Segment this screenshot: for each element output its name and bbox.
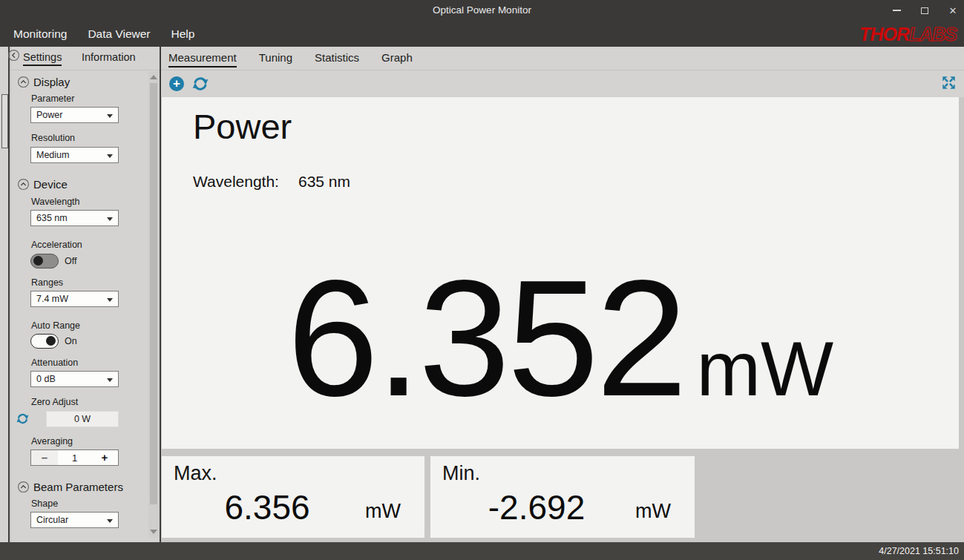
section-beam-parameters[interactable]: Beam Parameters <box>17 481 123 493</box>
scroll-down-icon[interactable] <box>150 530 157 534</box>
toggle-knob <box>46 336 56 346</box>
wavelength-readout-value: 635 nm <box>298 173 350 190</box>
status-bar: 4/27/2021 15:51:10 <box>0 542 964 560</box>
averaging-increase-button[interactable]: + <box>91 450 118 465</box>
sidebar-tab-strip: Settings Information <box>11 47 160 70</box>
shape-value: Circular <box>36 515 68 525</box>
auto-range-label: Auto Range <box>31 320 80 331</box>
zero-adjust-label: Zero Adjust <box>31 397 78 407</box>
menu-monitoring[interactable]: Monitoring <box>13 27 67 41</box>
window-title: Optical Power Monitor <box>0 4 964 16</box>
section-device-title: Device <box>33 178 68 191</box>
close-button[interactable]: ✕ <box>948 5 958 16</box>
ranges-label: Ranges <box>31 277 63 288</box>
attenuation-value: 0 dB <box>36 374 56 384</box>
power-value-row: 6.352mW <box>162 256 959 421</box>
window-controls: ✕ <box>891 0 958 21</box>
max-value: 6.356 <box>162 487 373 527</box>
settings-sidebar: Settings Information Display Parameter P… <box>11 47 160 542</box>
parameter-label: Parameter <box>31 93 74 104</box>
thorlabs-logo: THORLABS <box>859 24 957 45</box>
averaging-decrease-button[interactable]: – <box>31 450 58 465</box>
acceleration-state: Off <box>65 256 76 266</box>
resolution-value: Medium <box>36 150 69 160</box>
fullscreen-button[interactable] <box>941 75 957 91</box>
title-bar: Optical Power Monitor ✕ <box>0 0 964 21</box>
auto-range-state: On <box>65 336 77 346</box>
shape-label: Shape <box>31 498 58 509</box>
parameter-title: Power <box>193 106 292 147</box>
min-value: -2.692 <box>430 487 643 527</box>
reset-minmax-button[interactable] <box>192 76 209 92</box>
maximize-button[interactable] <box>919 5 930 16</box>
maximize-icon <box>921 7 928 14</box>
wavelength-select[interactable]: 635 nm <box>30 210 119 226</box>
measurement-toolbar: + <box>161 70 964 97</box>
section-display[interactable]: Display <box>17 76 70 88</box>
add-measurement-button[interactable]: + <box>168 76 185 92</box>
resolution-label: Resolution <box>31 133 75 143</box>
chevron-left-icon <box>7 49 20 62</box>
acceleration-toggle[interactable] <box>30 254 59 269</box>
chevron-up-circle-icon <box>17 76 30 88</box>
tab-settings[interactable]: Settings <box>23 51 62 66</box>
min-unit: mW <box>635 500 671 523</box>
dock-strip <box>0 47 10 542</box>
tab-statistics[interactable]: Statistics <box>315 51 359 64</box>
main-tab-strip: Measurement Tuning Statistics Graph <box>161 47 964 70</box>
main-area: Measurement Tuning Statistics Graph + <box>161 47 964 542</box>
scrollbar-thumb[interactable] <box>150 83 157 504</box>
dropdown-caret-icon <box>107 298 113 302</box>
resolution-select[interactable]: Medium <box>30 147 119 163</box>
dock-panel-handle[interactable] <box>1 94 8 148</box>
minimize-button[interactable] <box>891 5 902 16</box>
max-unit: mW <box>365 500 401 523</box>
menu-data-viewer[interactable]: Data Viewer <box>88 27 150 41</box>
power-value: 6.352 <box>287 246 685 430</box>
acceleration-label: Acceleration <box>31 240 82 250</box>
parameter-select[interactable]: Power <box>30 107 119 123</box>
menu-bar: Monitoring Data Viewer Help THORLABS <box>0 21 964 47</box>
ranges-select[interactable]: 7.4 mW <box>30 291 119 307</box>
tab-measurement[interactable]: Measurement <box>168 51 237 67</box>
minimize-icon <box>893 10 901 11</box>
chevron-up-circle-icon <box>17 481 30 493</box>
zero-adjust-field[interactable]: 0 W <box>46 411 119 427</box>
dropdown-caret-icon <box>107 217 113 221</box>
plus-circle-icon: + <box>169 76 184 91</box>
section-device[interactable]: Device <box>17 178 68 191</box>
max-panel: Max. 6.356 mW <box>162 456 424 538</box>
tab-graph[interactable]: Graph <box>381 51 413 64</box>
app-window: Optical Power Monitor ✕ Monitoring Data … <box>0 0 964 560</box>
logo-solid-text: THOR <box>859 24 909 45</box>
averaging-stepper: – 1 + <box>30 449 119 466</box>
ranges-value: 7.4 mW <box>36 294 68 304</box>
zero-adjust-refresh-button[interactable] <box>16 412 29 425</box>
refresh-icon <box>192 76 209 92</box>
attenuation-label: Attenuation <box>31 358 78 368</box>
datetime-readout: 4/27/2021 15:51:10 <box>879 546 959 556</box>
section-beam-title: Beam Parameters <box>33 481 123 493</box>
auto-range-toggle[interactable] <box>30 334 59 349</box>
logo-outline-text: LABS <box>909 24 957 45</box>
dropdown-caret-icon <box>107 114 113 118</box>
attenuation-select[interactable]: 0 dB <box>30 371 119 387</box>
expand-arrows-icon <box>941 75 957 90</box>
power-unit: mW <box>696 326 833 412</box>
min-label: Min. <box>442 462 480 485</box>
scroll-up-icon[interactable] <box>150 75 157 79</box>
close-icon: ✕ <box>949 6 957 16</box>
shape-select[interactable]: Circular <box>30 512 119 528</box>
tab-tuning[interactable]: Tuning <box>259 51 292 64</box>
wavelength-readout-label: Wavelength: <box>193 173 279 190</box>
sidebar-scrollbar[interactable] <box>148 71 159 538</box>
averaging-label: Averaging <box>31 436 73 447</box>
max-label: Max. <box>174 462 217 485</box>
toggle-knob <box>33 256 43 266</box>
menu-help[interactable]: Help <box>171 27 195 41</box>
section-display-title: Display <box>33 76 70 88</box>
wavelength-readout: Wavelength:635 nm <box>193 173 350 191</box>
tab-information[interactable]: Information <box>82 51 136 63</box>
averaging-value: 1 <box>58 452 91 464</box>
collapse-sidebar-button[interactable] <box>7 49 20 62</box>
